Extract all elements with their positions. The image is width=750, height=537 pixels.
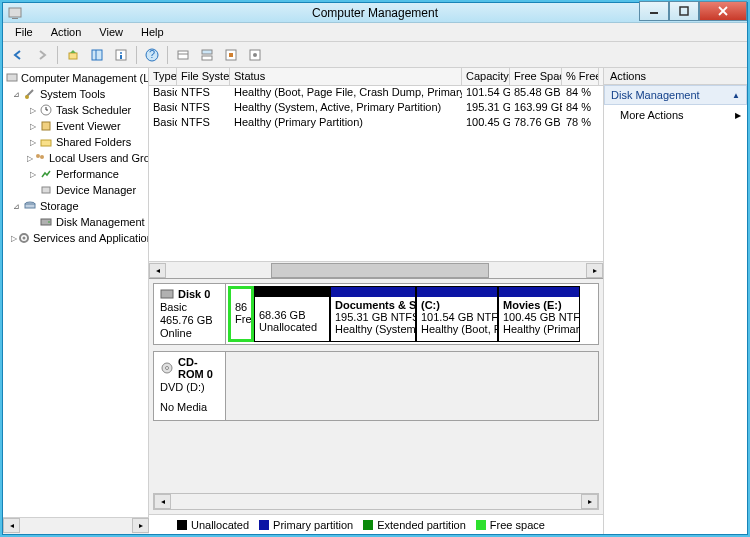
back-button[interactable] bbox=[7, 44, 29, 66]
cell-status: Healthy (Primary Partition) bbox=[230, 116, 462, 131]
scroll-left-button[interactable]: ◂ bbox=[154, 494, 171, 509]
partition-size: 101.54 GB NTFS bbox=[421, 311, 493, 323]
cell-fs: NTFS bbox=[177, 101, 230, 116]
volume-hscroll[interactable]: ◂ ▸ bbox=[149, 261, 603, 278]
scroll-track[interactable] bbox=[171, 494, 581, 509]
partition-name: Documents & Sof bbox=[335, 299, 411, 311]
scroll-track[interactable] bbox=[166, 263, 586, 278]
scroll-track[interactable] bbox=[20, 518, 132, 534]
help-button[interactable]: ? bbox=[141, 44, 163, 66]
legend-free: Free space bbox=[476, 519, 545, 531]
menu-help[interactable]: Help bbox=[133, 24, 172, 40]
services-icon bbox=[17, 230, 31, 246]
expander-icon[interactable]: ▷ bbox=[27, 137, 38, 148]
forward-button[interactable] bbox=[31, 44, 53, 66]
close-button[interactable] bbox=[699, 1, 747, 21]
tree-hscroll[interactable]: ◂ ▸ bbox=[3, 517, 149, 534]
menu-action[interactable]: Action bbox=[43, 24, 90, 40]
svg-rect-30 bbox=[42, 187, 50, 193]
scroll-right-button[interactable]: ▸ bbox=[586, 263, 603, 278]
legend-swatch bbox=[476, 520, 486, 530]
graph-hscroll[interactable]: ◂ ▸ bbox=[153, 493, 599, 510]
legend-primary: Primary partition bbox=[259, 519, 353, 531]
tree-storage[interactable]: ⊿ Storage bbox=[3, 198, 148, 214]
col-status[interactable]: Status bbox=[230, 68, 462, 85]
scroll-thumb[interactable] bbox=[271, 263, 489, 278]
maximize-button[interactable] bbox=[669, 1, 699, 21]
partition[interactable]: 68.36 GBUnallocated bbox=[254, 286, 330, 342]
expander-icon[interactable]: ▷ bbox=[27, 169, 38, 180]
tree-label: System Tools bbox=[40, 88, 105, 100]
tree-pane[interactable]: Computer Management (Local ⊿ System Tool… bbox=[3, 68, 149, 517]
settings-button[interactable] bbox=[244, 44, 266, 66]
tree-system-tools[interactable]: ⊿ System Tools bbox=[3, 86, 148, 102]
partition-status: Healthy (Boot, Pa bbox=[421, 323, 493, 335]
partition-status: Free bbox=[235, 313, 247, 325]
tree-performance[interactable]: ▷ Performance bbox=[3, 166, 148, 182]
cdrom-row[interactable]: CD-ROM 0 DVD (D:) No Media bbox=[153, 351, 599, 421]
disk-state: Online bbox=[160, 327, 221, 339]
cdrom-info: CD-ROM 0 DVD (D:) No Media bbox=[154, 352, 226, 420]
view-top-button[interactable] bbox=[196, 44, 218, 66]
tree-local-users[interactable]: ▷ Local Users and Groups bbox=[3, 150, 148, 166]
scroll-right-button[interactable]: ▸ bbox=[581, 494, 598, 509]
disk-row[interactable]: Disk 0 Basic 465.76 GB Online 86 NFree68… bbox=[153, 283, 599, 345]
titlebar[interactable]: Computer Management bbox=[3, 3, 747, 23]
svg-rect-26 bbox=[42, 122, 50, 130]
disk-graphical-view[interactable]: Disk 0 Basic 465.76 GB Online 86 NFree68… bbox=[149, 278, 603, 534]
actions-section[interactable]: Disk Management ▲ bbox=[604, 85, 747, 105]
tree-label: Performance bbox=[56, 168, 119, 180]
col-pctfree[interactable]: % Free bbox=[562, 68, 599, 85]
scroll-right-button[interactable]: ▸ bbox=[132, 518, 149, 533]
svg-rect-16 bbox=[202, 50, 212, 54]
cell-pct: 84 % bbox=[562, 101, 599, 116]
tree-root[interactable]: Computer Management (Local bbox=[3, 70, 148, 86]
view-bottom-button[interactable] bbox=[220, 44, 242, 66]
tree-shared-folders[interactable]: ▷ Shared Folders bbox=[3, 134, 148, 150]
cell-capacity: 100.45 GB bbox=[462, 116, 510, 131]
expander-icon[interactable]: ⊿ bbox=[11, 201, 22, 212]
volume-list[interactable]: Type File System Status Capacity Free Sp… bbox=[149, 68, 603, 278]
col-type[interactable]: Type bbox=[149, 68, 177, 85]
col-free[interactable]: Free Space bbox=[510, 68, 562, 85]
disk-size: 465.76 GB bbox=[160, 314, 221, 326]
partition[interactable]: Movies (E:)100.45 GB NTFSHealthy (Primar… bbox=[498, 286, 580, 342]
volume-row[interactable]: BasicNTFSHealthy (Primary Partition)100.… bbox=[149, 116, 603, 131]
partition[interactable]: Documents & Sof195.31 GB NTFSHealthy (Sy… bbox=[330, 286, 416, 342]
cdrom-name: CD-ROM 0 bbox=[178, 356, 221, 380]
actions-more[interactable]: More Actions ▶ bbox=[604, 105, 747, 125]
svg-point-22 bbox=[25, 95, 29, 99]
svg-rect-1 bbox=[12, 18, 18, 19]
tree-task-scheduler[interactable]: ▷ Task Scheduler bbox=[3, 102, 148, 118]
col-capacity[interactable]: Capacity bbox=[462, 68, 510, 85]
cell-free: 163.99 GB bbox=[510, 101, 562, 116]
properties-button[interactable] bbox=[110, 44, 132, 66]
menu-view[interactable]: View bbox=[91, 24, 131, 40]
show-hide-tree-button[interactable] bbox=[86, 44, 108, 66]
window-title: Computer Management bbox=[312, 6, 438, 20]
cell-fs: NTFS bbox=[177, 86, 230, 101]
partition[interactable]: 86 NFree bbox=[228, 286, 254, 342]
refresh-button[interactable] bbox=[172, 44, 194, 66]
up-button[interactable] bbox=[62, 44, 84, 66]
tree-event-viewer[interactable]: ▷ Event Viewer bbox=[3, 118, 148, 134]
scroll-left-button[interactable]: ◂ bbox=[3, 518, 20, 533]
expander-icon[interactable]: ▷ bbox=[27, 121, 38, 132]
tree-services-apps[interactable]: ▷ Services and Applications bbox=[3, 230, 148, 246]
expander-icon[interactable]: ⊿ bbox=[11, 89, 22, 100]
cell-capacity: 195.31 GB bbox=[462, 101, 510, 116]
volume-row[interactable]: BasicNTFSHealthy (Boot, Page File, Crash… bbox=[149, 86, 603, 101]
tree-disk-management[interactable]: Disk Management bbox=[3, 214, 148, 230]
col-filesystem[interactable]: File System bbox=[177, 68, 230, 85]
window-controls bbox=[639, 1, 747, 21]
partition[interactable]: (C:)101.54 GB NTFSHealthy (Boot, Pa bbox=[416, 286, 498, 342]
scroll-left-button[interactable]: ◂ bbox=[149, 263, 166, 278]
tree-device-manager[interactable]: Device Manager bbox=[3, 182, 148, 198]
expander-icon[interactable]: ▷ bbox=[27, 105, 38, 116]
volume-header-row: Type File System Status Capacity Free Sp… bbox=[149, 68, 603, 86]
menu-file[interactable]: File bbox=[7, 24, 41, 40]
tree-label: Task Scheduler bbox=[56, 104, 131, 116]
volume-row[interactable]: BasicNTFSHealthy (System, Active, Primar… bbox=[149, 101, 603, 116]
minimize-button[interactable] bbox=[639, 1, 669, 21]
chevron-right-icon: ▶ bbox=[735, 111, 741, 120]
